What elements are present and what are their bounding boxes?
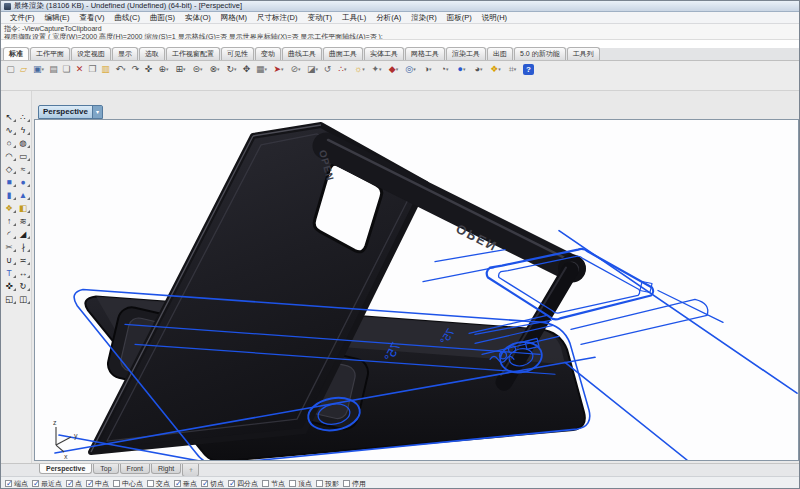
render-icon[interactable]: ● [453,63,470,77]
point-tool-icon[interactable]: ∴ [17,111,30,123]
toolbar-tab-viewport-layout[interactable]: 工作视窗配置 [166,47,220,60]
fillet-tool-icon[interactable]: ◜ [3,228,16,240]
redo-icon[interactable]: ↷ [129,63,142,77]
toolbar-tab-solid-tools[interactable]: 实体工具 [364,47,404,60]
toolbar-tab-standard[interactable]: 标准 [3,47,29,60]
material-icon[interactable]: ◆ [385,63,402,77]
menu-surface[interactable]: 曲面(S) [145,13,180,23]
undo-view-change-icon[interactable]: ↺ [321,63,334,77]
zoom-extents-icon[interactable]: ⊗ [206,63,223,77]
help-icon[interactable]: ? [523,64,534,75]
named-view-icon[interactable]: ➤ [270,63,287,77]
viewport-canvas[interactable]: OPEN OPEN [35,120,798,460]
toolbar-tab-render-tools[interactable]: 渲染工具 [446,47,486,60]
menu-edit[interactable]: 编辑(E) [40,13,75,23]
lock-object-icon[interactable]: ✦ [368,63,385,77]
extrude-tool-icon[interactable]: ↑ [3,215,16,227]
osnap-mid[interactable]: 中点 [86,479,109,489]
menu-transform[interactable]: 变动(T) [303,13,338,23]
toolbar-tab-surface-tools[interactable]: 曲面工具 [323,47,363,60]
isolate-object-icon[interactable]: ◪ [304,63,321,77]
rotate-view-icon[interactable]: ↻ [223,63,240,77]
split-tool-icon[interactable]: ∤ [17,241,30,253]
toolbar-tab-curve-tools[interactable]: 曲线工具 [282,47,322,60]
toolbar-tab-cplane[interactable]: 工作平面 [30,47,70,60]
options-icon[interactable]: ❖ [487,63,504,77]
zoom-selected-icon[interactable]: ⊜ [189,63,206,77]
print-icon[interactable]: ▤ [47,63,60,77]
toolbar-tab-new-in-v5[interactable]: 5.0 的新功能 [514,47,566,60]
menu-render[interactable]: 渲染(R) [406,13,441,23]
sphere-tool-icon[interactable]: ● [17,176,30,188]
menu-solid[interactable]: 实体(O) [180,13,216,23]
ellipse-tool-icon[interactable]: ◍ [17,137,30,149]
copy-to-clipboard-icon[interactable]: ❏ [60,63,73,77]
boolean-union-tool-icon[interactable]: ❖ [3,202,16,214]
render-lamp-icon[interactable]: ☼ [351,63,368,77]
osnap-quadrant[interactable]: 四分点 [228,479,258,489]
osnap-near[interactable]: 最近点 [32,479,62,489]
rotate-tool-icon[interactable]: ↻ [17,280,30,292]
toolbar-tab-transform[interactable]: 变动 [255,47,281,60]
osnap-perpendicular[interactable]: 垂点 [174,479,197,489]
scatter-points-icon[interactable]: ∴ [334,63,351,77]
hide-object-icon[interactable]: ⊘ [287,63,304,77]
dimension-tool-icon[interactable]: ↔ [17,267,30,279]
perspective-viewport[interactable]: OPEN OPEN [34,119,799,461]
toolbar-tab-toolbar-list[interactable]: 工具列 [567,47,600,60]
save-icon[interactable]: ▣ [30,63,47,77]
toolbar-tab-display[interactable]: 显示 [112,47,138,60]
offset-tool-icon[interactable]: ≍ [17,254,30,266]
menu-tools[interactable]: 工具(L) [337,13,371,23]
title-bar[interactable]: 最终渲染 (18106 KB) - Undefined (Undefined) … [1,1,800,12]
select-tool-icon[interactable]: ↖ [3,111,16,123]
cone-tool-icon[interactable]: ▲ [17,189,30,201]
toolbar-tab-visibility[interactable]: 可见性 [221,47,254,60]
zoom-window-icon[interactable]: ⊞ [172,63,189,77]
viewport-tab-perspective[interactable]: Perspective [39,464,92,474]
ghosted-view-icon[interactable]: ◔ [436,63,453,77]
osnap-disable[interactable]: 停用 [343,479,366,489]
toolbar-tab-drafting[interactable]: 出图 [487,47,513,60]
trim-tool-icon[interactable]: ✂ [3,241,16,253]
polygon-tool-icon[interactable]: ◇ [3,163,16,175]
cylinder-tool-icon[interactable]: ▮ [3,189,16,201]
zoom-dynamic-icon[interactable]: ⊕ [155,63,172,77]
viewport-title-tab[interactable]: Perspective ▾ [38,105,103,119]
render-preview-icon[interactable]: ◕ [470,63,487,77]
polyline-tool-icon[interactable]: ϟ [17,124,30,136]
copy-icon[interactable]: ❐ [86,63,99,77]
arc-tool-icon[interactable]: ◠ [3,150,16,162]
box-tool-icon[interactable]: ■ [3,176,16,188]
toolbar-tab-mesh-tools[interactable]: 网格工具 [405,47,445,60]
loft-tool-icon[interactable]: ≋ [17,215,30,227]
osnap-project[interactable]: 投影 [316,479,339,489]
osnap-center[interactable]: 中心点 [113,479,143,489]
boolean-difference-tool-icon[interactable]: ◧ [17,202,30,214]
shaded-view-icon[interactable]: ◑ [419,63,436,77]
join-tool-icon[interactable]: ∪ [3,254,16,266]
text-tool-icon[interactable]: T [3,267,16,279]
move-tool-icon[interactable]: ✜ [3,280,16,292]
viewport-tab-top[interactable]: Top [93,464,118,474]
viewport-dropdown-icon[interactable]: ▾ [92,106,102,118]
menu-file[interactable]: 文件(F) [5,13,40,23]
mirror-tool-icon[interactable]: ◫ [17,293,30,305]
osnap-tangent[interactable]: 切点 [201,479,224,489]
osnap-knot[interactable]: 节点 [262,479,285,489]
menu-analyze[interactable]: 分析(A) [371,13,406,23]
osnap-point[interactable]: 点 [66,479,82,489]
link-icon[interactable]: ⌗ [504,63,521,77]
paste-icon[interactable]: ▥ [99,63,112,77]
delete-icon[interactable]: ✕ [73,63,86,77]
scale-tool-icon[interactable]: ◱ [3,293,16,305]
freeform-tool-icon[interactable]: ≈ [17,163,30,175]
menu-panels[interactable]: 面板(P) [442,13,477,23]
osnap-intersection[interactable]: 交点 [147,479,170,489]
open-file-icon[interactable]: ▱ [17,63,30,77]
menu-curve[interactable]: 曲线(C) [110,13,145,23]
osnap-end[interactable]: 端点 [5,479,28,489]
osnap-vertex[interactable]: 顶点 [289,479,312,489]
color-wheel-icon[interactable]: ◎ [402,63,419,77]
new-file-icon[interactable]: ▢ [4,63,17,77]
